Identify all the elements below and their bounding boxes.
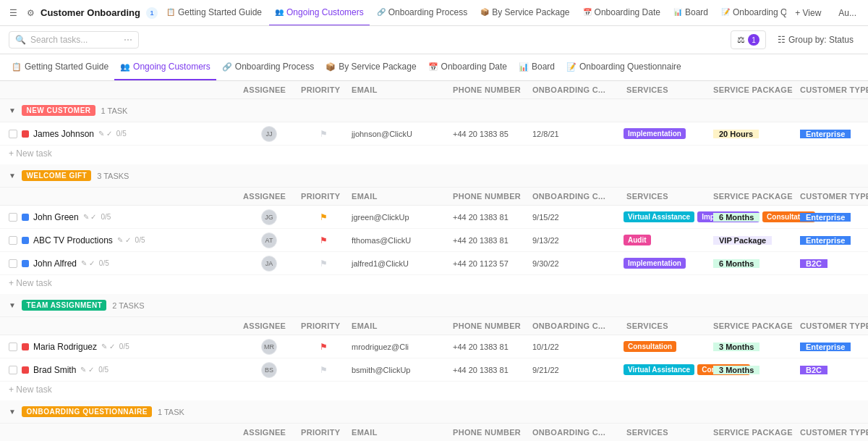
assignee-avatar[interactable]: MR	[261, 339, 277, 355]
task-name[interactable]: Brad Smith	[33, 365, 76, 375]
nav-tab-getting-started[interactable]: 📋Getting Started Guide	[161, 0, 268, 26]
col-services-team-assignment: SERVICES	[624, 320, 710, 332]
search-options-icon[interactable]: ⋯	[124, 35, 132, 45]
tab-onboarding-questionnaire[interactable]: 📝Onboarding Questionnaire	[561, 54, 687, 80]
nav-tab-board[interactable]: 📊Board	[668, 0, 714, 26]
section-toggle-welcome-gift[interactable]: ▼	[9, 172, 16, 180]
tab-onboarding-process[interactable]: 🔗Onboarding Process	[216, 54, 320, 80]
onboarding-date-cell: 12/8/21	[529, 130, 624, 138]
assignee-avatar[interactable]: JJ	[261, 126, 277, 142]
priority-cell[interactable]: ⚑	[298, 235, 349, 245]
phone-cell: +44 20 1383 81	[450, 213, 529, 222]
services-cell: Implementation	[624, 258, 710, 269]
col-priority-team-assignment: PRIORITY	[298, 320, 349, 332]
type-tag: B2C	[800, 259, 827, 268]
assignee-avatar[interactable]: BS	[261, 362, 277, 378]
onboarding-date-cell: 9/21/22	[529, 366, 624, 374]
section-toggle-new-customer[interactable]: ▼	[9, 106, 16, 114]
app-menu-icon[interactable]: ☰	[6, 6, 20, 20]
col-headers-team-assignment: ASSIGNEE PRIORITY EMAIL PHONE NUMBER ONB…	[0, 317, 868, 335]
col-assignee-onboarding-questionnaire: ASSIGNEE	[240, 427, 298, 438]
tab-ongoing-customers[interactable]: 👥Ongoing Customers	[114, 54, 216, 80]
section-badge-onboarding-questionnaire: ONBOARDING QUESTIONNAIRE	[22, 406, 152, 417]
settings-icon[interactable]: ⚙	[23, 6, 38, 20]
task-count: 0/5	[98, 366, 109, 374]
task-checkbox[interactable]	[9, 343, 17, 351]
priority-cell[interactable]: ⚑	[298, 129, 349, 139]
col-phone-welcome-gift: PHONE NUMBER	[450, 190, 529, 202]
priority-cell[interactable]: ⚑	[298, 365, 349, 375]
email-cell: jjohnson@ClickU	[349, 130, 450, 138]
assignee-avatar[interactable]: AT	[261, 232, 277, 248]
tab-getting-started[interactable]: 📋Getting Started Guide	[6, 54, 114, 80]
email-cell: mrodriguez@Cli	[349, 343, 450, 351]
phone-cell: +44 20 1383 81	[450, 343, 529, 351]
col-email-onboarding-questionnaire: EMAIL	[349, 427, 450, 438]
app-title: Customer Onboarding	[41, 7, 140, 18]
task-name[interactable]: John Alfred	[33, 259, 77, 269]
nav-tab-ongoing-customers[interactable]: 👥Ongoing Customers	[269, 0, 370, 26]
nav-tab-onboarding-questionnaire[interactable]: 📝Onboarding Questionnaire	[715, 0, 786, 26]
tab-board[interactable]: 📊Board	[513, 54, 561, 80]
col-name-welcome-gift	[9, 190, 240, 202]
assignee-avatar[interactable]: JG	[261, 209, 277, 225]
section-task-count-new-customer: 1 TASK	[101, 106, 128, 115]
task-checkbox[interactable]	[9, 366, 17, 374]
task-name[interactable]: Maria Rodriguez	[33, 342, 97, 352]
task-color-dot	[22, 260, 29, 267]
search-icon: 🔍	[15, 35, 26, 45]
priority-cell[interactable]: ⚑	[298, 259, 349, 269]
priority-cell[interactable]: ⚑	[298, 342, 349, 352]
task-name[interactable]: James Johnson	[33, 129, 94, 139]
priority-flag-urgent: ⚑	[320, 235, 328, 245]
task-name-cell: John Green ✎ ✓ 0/5	[9, 212, 240, 222]
nav-tab-by-service-package[interactable]: 📦By Service Package	[475, 0, 575, 26]
task-icons: ✎ ✓	[117, 236, 131, 244]
type-cell: Enterprise	[797, 343, 868, 351]
filter-button[interactable]: ⚖ 1	[731, 30, 766, 49]
group-by-button[interactable]: ☷ Group by: Status	[772, 32, 859, 48]
priority-cell[interactable]: ⚑	[298, 212, 349, 222]
new-task-button-new-customer[interactable]: + New task	[0, 146, 868, 164]
search-box[interactable]: 🔍 Search tasks... ⋯	[9, 31, 139, 49]
priority-flag-normal: ⚑	[320, 365, 328, 375]
task-checkbox[interactable]	[9, 130, 17, 138]
new-task-button-welcome-gift[interactable]: + New task	[0, 275, 868, 294]
tab-by-service-package[interactable]: 📦By Service Package	[320, 54, 422, 80]
section-header-welcome-gift: ▼ WELCOME GIFT 3 TASKS	[0, 164, 868, 188]
nav-tab-onboarding-date[interactable]: 📅Onboarding Date	[577, 0, 666, 26]
nav-tabs: 📋Getting Started Guide👥Ongoing Customers…	[161, 0, 786, 26]
package-cell: 3 Months	[710, 366, 797, 374]
package-tag: 6 Months	[713, 259, 760, 268]
onboarding-date-cell: 9/30/22	[529, 259, 624, 268]
section-toggle-onboarding-questionnaire[interactable]: ▼	[9, 408, 16, 416]
priority-flag-normal: ⚑	[320, 259, 328, 269]
col-phone-onboarding-questionnaire: PHONE NUMBER	[450, 427, 529, 438]
section-toggle-team-assignment[interactable]: ▼	[9, 301, 16, 309]
task-name[interactable]: ABC TV Productions	[33, 235, 113, 245]
service-tag: Implementation	[624, 258, 686, 269]
col-service-package-welcome-gift: SERVICE PACKAGE	[710, 190, 797, 202]
task-checkbox[interactable]	[9, 259, 17, 268]
task-row: Maria Rodriguez ✎ ✓ 0/5 MR ⚑ mrodriguez@…	[0, 335, 868, 358]
view-button[interactable]: + View	[789, 5, 827, 21]
task-checkbox[interactable]	[9, 236, 17, 245]
task-color-dot	[22, 237, 29, 244]
task-icons: ✎ ✓	[98, 130, 112, 138]
nav-right: + View Au...	[789, 5, 862, 21]
automation-button[interactable]: Au...	[833, 5, 862, 21]
nav-tab-onboarding-process[interactable]: 🔗Onboarding Process	[371, 0, 473, 26]
type-cell: Enterprise	[797, 236, 868, 245]
priority-flag-normal: ⚑	[320, 129, 328, 139]
col-services: SERVICES	[624, 84, 710, 96]
task-checkbox[interactable]	[9, 213, 17, 222]
task-name[interactable]: John Green	[33, 212, 79, 222]
tab-onboarding-date[interactable]: 📅Onboarding Date	[422, 54, 513, 80]
service-tag: Virtual Assistance	[624, 211, 694, 222]
new-task-button-team-assignment[interactable]: + New task	[0, 382, 868, 400]
assignee-avatar[interactable]: JA	[261, 256, 277, 272]
task-icons: ✎ ✓	[83, 213, 97, 221]
service-tag: Audit	[624, 235, 651, 245]
task-color-dot	[22, 366, 29, 374]
task-color-dot	[22, 130, 29, 138]
